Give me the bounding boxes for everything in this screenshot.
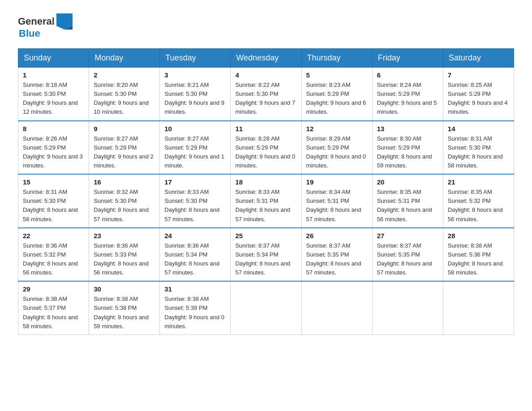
day-info: Sunrise: 8:31 AMSunset: 5:30 PMDaylight:… xyxy=(23,188,84,224)
calendar-week-row: 15 Sunrise: 8:31 AMSunset: 5:30 PMDaylig… xyxy=(18,174,514,228)
day-info: Sunrise: 8:38 AMSunset: 5:36 PMDaylight:… xyxy=(448,241,509,278)
calendar-day-cell: 4 Sunrise: 8:22 AMSunset: 5:30 PMDayligh… xyxy=(231,68,301,121)
calendar-day-cell: 26 Sunrise: 8:37 AMSunset: 5:35 PMDaylig… xyxy=(301,228,372,282)
day-info: Sunrise: 8:26 AMSunset: 5:29 PMDaylight:… xyxy=(23,134,84,171)
day-info: Sunrise: 8:38 AMSunset: 5:38 PMDaylight:… xyxy=(94,295,155,331)
calendar-table: SundayMondayTuesdayWednesdayThursdayFrid… xyxy=(18,48,514,335)
calendar-day-cell: 10 Sunrise: 8:27 AMSunset: 5:29 PMDaylig… xyxy=(160,121,231,175)
day-of-week-header: Tuesday xyxy=(160,49,231,68)
day-number: 13 xyxy=(377,125,438,133)
logo: General Blue xyxy=(18,13,73,39)
day-number: 2 xyxy=(94,71,155,79)
day-info: Sunrise: 8:36 AMSunset: 5:34 PMDaylight:… xyxy=(164,241,226,278)
day-number: 8 xyxy=(23,125,84,133)
day-info: Sunrise: 8:37 AMSunset: 5:34 PMDaylight:… xyxy=(235,241,296,278)
calendar-day-cell: 19 Sunrise: 8:34 AMSunset: 5:31 PMDaylig… xyxy=(301,174,372,228)
day-info: Sunrise: 8:27 AMSunset: 5:29 PMDaylight:… xyxy=(94,134,155,171)
day-number: 10 xyxy=(164,125,226,133)
day-info: Sunrise: 8:33 AMSunset: 5:30 PMDaylight:… xyxy=(164,188,226,224)
day-number: 22 xyxy=(23,232,84,240)
day-number: 1 xyxy=(23,71,84,79)
day-number: 12 xyxy=(306,125,368,133)
calendar-week-row: 8 Sunrise: 8:26 AMSunset: 5:29 PMDayligh… xyxy=(18,121,514,175)
day-number: 28 xyxy=(448,232,509,240)
day-number: 4 xyxy=(235,71,296,79)
calendar-day-cell: 12 Sunrise: 8:29 AMSunset: 5:29 PMDaylig… xyxy=(301,121,372,175)
calendar-day-cell: 14 Sunrise: 8:31 AMSunset: 5:30 PMDaylig… xyxy=(443,121,514,175)
calendar-day-cell: 17 Sunrise: 8:33 AMSunset: 5:30 PMDaylig… xyxy=(160,174,231,228)
day-number: 6 xyxy=(377,71,438,79)
day-info: Sunrise: 8:20 AMSunset: 5:30 PMDaylight:… xyxy=(94,81,155,117)
day-number: 25 xyxy=(235,232,296,240)
day-number: 11 xyxy=(235,125,296,133)
day-info: Sunrise: 8:32 AMSunset: 5:30 PMDaylight:… xyxy=(94,188,155,224)
day-of-week-header: Sunday xyxy=(18,49,89,68)
day-info: Sunrise: 8:38 AMSunset: 5:39 PMDaylight:… xyxy=(164,295,226,331)
day-number: 30 xyxy=(94,285,155,293)
day-number: 5 xyxy=(306,71,368,79)
day-info: Sunrise: 8:37 AMSunset: 5:35 PMDaylight:… xyxy=(377,241,438,278)
day-number: 20 xyxy=(377,178,438,186)
page-header: General Blue xyxy=(18,13,514,39)
calendar-day-cell: 5 Sunrise: 8:23 AMSunset: 5:29 PMDayligh… xyxy=(301,68,372,121)
calendar-day-cell: 15 Sunrise: 8:31 AMSunset: 5:30 PMDaylig… xyxy=(18,174,89,228)
calendar-day-cell: 22 Sunrise: 8:36 AMSunset: 5:32 PMDaylig… xyxy=(18,228,89,282)
day-number: 18 xyxy=(235,178,296,186)
calendar-day-cell: 8 Sunrise: 8:26 AMSunset: 5:29 PMDayligh… xyxy=(18,121,89,175)
day-number: 26 xyxy=(306,232,368,240)
day-of-week-header: Wednesday xyxy=(231,49,301,68)
day-info: Sunrise: 8:24 AMSunset: 5:29 PMDaylight:… xyxy=(377,81,438,117)
calendar-day-cell xyxy=(372,281,443,334)
calendar-day-cell: 13 Sunrise: 8:30 AMSunset: 5:29 PMDaylig… xyxy=(372,121,443,175)
calendar-day-cell: 29 Sunrise: 8:38 AMSunset: 5:37 PMDaylig… xyxy=(18,281,89,334)
calendar-day-cell: 16 Sunrise: 8:32 AMSunset: 5:30 PMDaylig… xyxy=(89,174,160,228)
calendar-day-cell: 7 Sunrise: 8:25 AMSunset: 5:29 PMDayligh… xyxy=(443,68,514,121)
day-number: 31 xyxy=(164,285,226,293)
day-info: Sunrise: 8:34 AMSunset: 5:31 PMDaylight:… xyxy=(306,188,368,224)
day-info: Sunrise: 8:18 AMSunset: 5:30 PMDaylight:… xyxy=(23,81,84,117)
day-number: 9 xyxy=(94,125,155,133)
calendar-day-cell: 28 Sunrise: 8:38 AMSunset: 5:36 PMDaylig… xyxy=(443,228,514,282)
day-info: Sunrise: 8:36 AMSunset: 5:32 PMDaylight:… xyxy=(23,241,84,278)
calendar-day-cell: 30 Sunrise: 8:38 AMSunset: 5:38 PMDaylig… xyxy=(89,281,160,334)
calendar-header-row: SundayMondayTuesdayWednesdayThursdayFrid… xyxy=(18,49,514,68)
day-info: Sunrise: 8:23 AMSunset: 5:29 PMDaylight:… xyxy=(306,81,368,117)
day-number: 17 xyxy=(164,178,226,186)
day-number: 27 xyxy=(377,232,438,240)
day-number: 14 xyxy=(448,125,509,133)
logo-icon xyxy=(56,13,73,30)
calendar-day-cell xyxy=(301,281,372,334)
calendar-day-cell xyxy=(231,281,301,334)
day-of-week-header: Friday xyxy=(372,49,443,68)
day-info: Sunrise: 8:27 AMSunset: 5:29 PMDaylight:… xyxy=(164,134,226,171)
day-of-week-header: Thursday xyxy=(301,49,372,68)
day-number: 24 xyxy=(164,232,226,240)
day-info: Sunrise: 8:22 AMSunset: 5:30 PMDaylight:… xyxy=(235,81,296,117)
logo-general-text: General xyxy=(18,16,55,27)
calendar-day-cell: 2 Sunrise: 8:20 AMSunset: 5:30 PMDayligh… xyxy=(89,68,160,121)
day-info: Sunrise: 8:38 AMSunset: 5:37 PMDaylight:… xyxy=(23,295,84,331)
calendar-week-row: 29 Sunrise: 8:38 AMSunset: 5:37 PMDaylig… xyxy=(18,281,514,334)
day-info: Sunrise: 8:35 AMSunset: 5:32 PMDaylight:… xyxy=(448,188,509,224)
calendar-week-row: 1 Sunrise: 8:18 AMSunset: 5:30 PMDayligh… xyxy=(18,68,514,121)
calendar-day-cell: 24 Sunrise: 8:36 AMSunset: 5:34 PMDaylig… xyxy=(160,228,231,282)
day-info: Sunrise: 8:21 AMSunset: 5:30 PMDaylight:… xyxy=(164,81,226,117)
calendar-day-cell: 21 Sunrise: 8:35 AMSunset: 5:32 PMDaylig… xyxy=(443,174,514,228)
calendar-day-cell: 11 Sunrise: 8:28 AMSunset: 5:29 PMDaylig… xyxy=(231,121,301,175)
day-number: 23 xyxy=(94,232,155,240)
day-number: 19 xyxy=(306,178,368,186)
day-number: 16 xyxy=(94,178,155,186)
calendar-day-cell: 6 Sunrise: 8:24 AMSunset: 5:29 PMDayligh… xyxy=(372,68,443,121)
calendar-day-cell: 27 Sunrise: 8:37 AMSunset: 5:35 PMDaylig… xyxy=(372,228,443,282)
day-number: 15 xyxy=(23,178,84,186)
calendar-week-row: 22 Sunrise: 8:36 AMSunset: 5:32 PMDaylig… xyxy=(18,228,514,282)
day-info: Sunrise: 8:37 AMSunset: 5:35 PMDaylight:… xyxy=(306,241,368,278)
day-of-week-header: Saturday xyxy=(443,49,514,68)
calendar-day-cell: 20 Sunrise: 8:35 AMSunset: 5:31 PMDaylig… xyxy=(372,174,443,228)
day-info: Sunrise: 8:25 AMSunset: 5:29 PMDaylight:… xyxy=(448,81,509,117)
calendar-day-cell: 3 Sunrise: 8:21 AMSunset: 5:30 PMDayligh… xyxy=(160,68,231,121)
day-number: 3 xyxy=(164,71,226,79)
day-info: Sunrise: 8:28 AMSunset: 5:29 PMDaylight:… xyxy=(235,134,296,171)
day-number: 29 xyxy=(23,285,84,293)
day-info: Sunrise: 8:30 AMSunset: 5:29 PMDaylight:… xyxy=(377,134,438,171)
